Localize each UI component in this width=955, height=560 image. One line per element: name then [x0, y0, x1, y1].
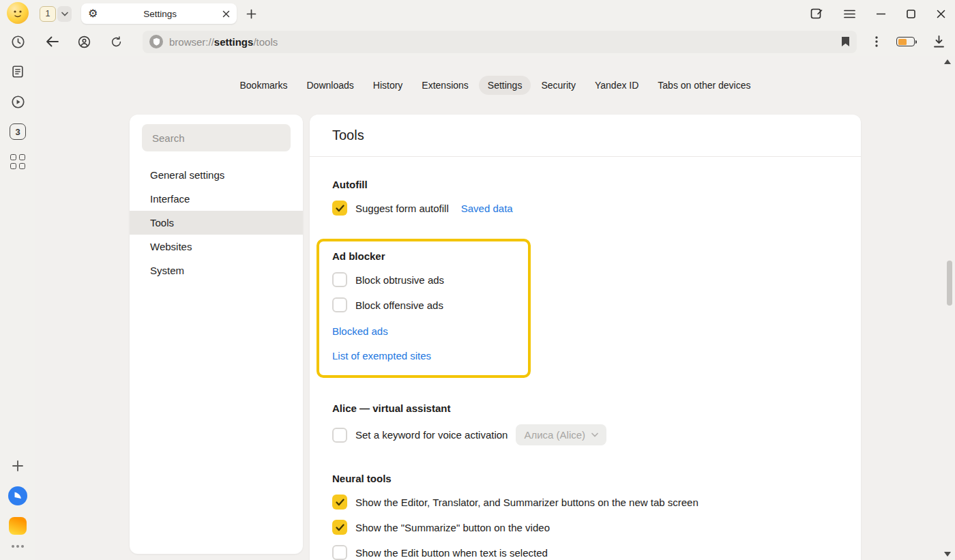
suggest-autofill-checkbox[interactable] — [332, 201, 347, 216]
sidebar-more-icon[interactable] — [5, 538, 30, 555]
divider — [310, 156, 861, 157]
suggest-autofill-label: Suggest form autofill — [355, 203, 449, 214]
alice-keyword-label: Set a keyword for voice activation — [355, 429, 508, 441]
neural-edit-checkbox[interactable] — [332, 545, 347, 560]
toolbar-more-icon[interactable] — [875, 36, 878, 47]
page-title: Tools — [310, 115, 861, 156]
autofill-row: Suggest form autofill Saved data — [332, 201, 838, 216]
tools-settings-card: Tools Autofill Suggest form autofill Sav… — [310, 115, 861, 560]
scroll-down-arrow[interactable] — [944, 552, 951, 557]
battery-icon[interactable] — [896, 37, 915, 46]
menu-item-interface[interactable]: Interface — [130, 187, 303, 211]
block-offensive-row: Block offensive ads — [332, 297, 516, 312]
chevron-down-icon — [591, 432, 598, 437]
side-panel-icon[interactable] — [810, 8, 823, 20]
history-icon[interactable] — [5, 29, 30, 54]
nav-security[interactable]: Security — [532, 76, 585, 95]
menu-item-general[interactable]: General settings — [130, 163, 303, 187]
neural-edit-label: Show the Edit button when text is select… — [355, 547, 548, 559]
nav-extensions[interactable]: Extensions — [413, 76, 477, 95]
neural-row-summarize: Show the "Summarize" button on the video — [332, 520, 838, 535]
url-highlight: settings — [214, 36, 254, 48]
nav-bookmarks[interactable]: Bookmarks — [231, 76, 296, 95]
gear-icon: ⚙ — [88, 8, 98, 19]
neural-summarize-checkbox[interactable] — [332, 520, 347, 535]
toolbar: browser://settings/tools — [35, 27, 955, 56]
download-icon[interactable] — [933, 35, 945, 48]
block-obtrusive-row: Block obtrusive ads — [332, 272, 516, 287]
url-prefix: browser:// — [169, 36, 214, 48]
downloads-count: 3 — [10, 123, 26, 140]
main-column: 1 ⚙ Settings — [35, 0, 955, 560]
menu-item-websites[interactable]: Websites — [130, 235, 303, 259]
tab-group-chevron-icon[interactable] — [57, 6, 72, 22]
block-obtrusive-checkbox[interactable] — [332, 272, 347, 287]
site-security-icon[interactable] — [149, 35, 163, 48]
block-offensive-label: Block offensive ads — [355, 299, 443, 311]
nav-tabs-other-devices[interactable]: Tabs on other devices — [649, 76, 759, 95]
card-body: Autofill Suggest form autofill Saved dat… — [310, 179, 861, 560]
ad-blocker-heading: Ad blocker — [332, 250, 516, 262]
tab-settings[interactable]: ⚙ Settings — [81, 3, 237, 24]
neural-heading: Neural tools — [332, 473, 838, 484]
nav-yandex-id[interactable]: Yandex ID — [586, 76, 647, 95]
refresh-icon[interactable] — [110, 35, 123, 48]
close-window-icon[interactable] — [937, 10, 945, 18]
feed-icon[interactable] — [5, 59, 30, 84]
alice-keyword-dropdown-value: Алиса (Alice) — [524, 429, 585, 441]
alice-keyword-dropdown[interactable]: Алиса (Alice) — [516, 424, 606, 445]
block-offensive-checkbox[interactable] — [332, 297, 347, 312]
browser-window: 3 1 ⚙ Settings — [0, 0, 955, 560]
address-bar[interactable]: browser://settings/tools — [143, 31, 857, 53]
alice-keyword-checkbox[interactable] — [332, 428, 347, 443]
add-panel-icon[interactable] — [5, 454, 30, 478]
neural-row-editor: Show the Editor, Translator, and Summari… — [332, 495, 838, 510]
settings-page: Bookmarks Downloads History Extensions S… — [35, 56, 955, 560]
back-icon[interactable] — [46, 36, 59, 47]
url-suffix: /tools — [253, 36, 278, 48]
maximize-icon[interactable] — [907, 10, 915, 18]
alice-heading: Alice — virtual assistant — [332, 402, 838, 414]
new-tab-button[interactable] — [246, 9, 256, 19]
profile-icon[interactable] — [77, 35, 91, 49]
settings-menu-card: General settings Interface Tools Website… — [130, 115, 303, 554]
nav-history[interactable]: History — [364, 76, 412, 95]
minimize-icon[interactable] — [877, 13, 885, 15]
left-sidebar: 3 — [0, 0, 35, 560]
neural-row-edit-button: Show the Edit button when text is select… — [332, 545, 838, 560]
settings-search-input[interactable] — [142, 124, 291, 151]
scrollbar-thumb[interactable] — [947, 261, 952, 306]
alice-keyword-row: Set a keyword for voice activation Алиса… — [332, 424, 838, 445]
tab-group-counter[interactable]: 1 — [40, 6, 56, 22]
autofill-heading: Autofill — [332, 179, 838, 190]
scroll-up-arrow[interactable] — [944, 59, 951, 64]
blocked-ads-link[interactable]: Blocked ads — [332, 325, 516, 337]
ad-blocker-highlight: Ad blocker Block obtrusive ads Block off… — [317, 239, 531, 378]
nav-downloads[interactable]: Downloads — [298, 76, 363, 95]
settings-top-nav: Bookmarks Downloads History Extensions S… — [35, 76, 955, 95]
downloads-badge[interactable]: 3 — [5, 119, 30, 144]
nav-settings[interactable]: Settings — [479, 76, 531, 95]
neural-summarize-label: Show the "Summarize" button on the video — [355, 522, 550, 533]
yandex-service-icon[interactable] — [5, 514, 30, 538]
apps-grid-icon[interactable] — [5, 149, 30, 174]
exempted-sites-link[interactable]: List of exempted sites — [332, 350, 516, 362]
url-text: browser://settings/tools — [169, 36, 278, 48]
menu-item-system[interactable]: System — [130, 259, 303, 282]
menu-icon[interactable] — [844, 10, 855, 18]
tab-bar: 1 ⚙ Settings — [35, 0, 955, 27]
neural-editor-checkbox[interactable] — [332, 495, 347, 510]
settings-menu-list: General settings Interface Tools Website… — [130, 163, 303, 282]
video-icon[interactable] — [5, 89, 30, 114]
tab-title: Settings — [98, 9, 222, 19]
saved-data-link[interactable]: Saved data — [461, 203, 513, 214]
menu-item-tools[interactable]: Tools — [130, 211, 303, 235]
alice-avatar[interactable] — [7, 2, 29, 24]
bookmark-icon[interactable] — [841, 36, 850, 47]
browser-logo-icon[interactable] — [5, 484, 30, 508]
block-obtrusive-label: Block obtrusive ads — [355, 274, 444, 286]
close-tab-icon[interactable] — [222, 10, 230, 18]
neural-editor-label: Show the Editor, Translator, and Summari… — [355, 497, 699, 508]
window-controls — [810, 8, 945, 20]
